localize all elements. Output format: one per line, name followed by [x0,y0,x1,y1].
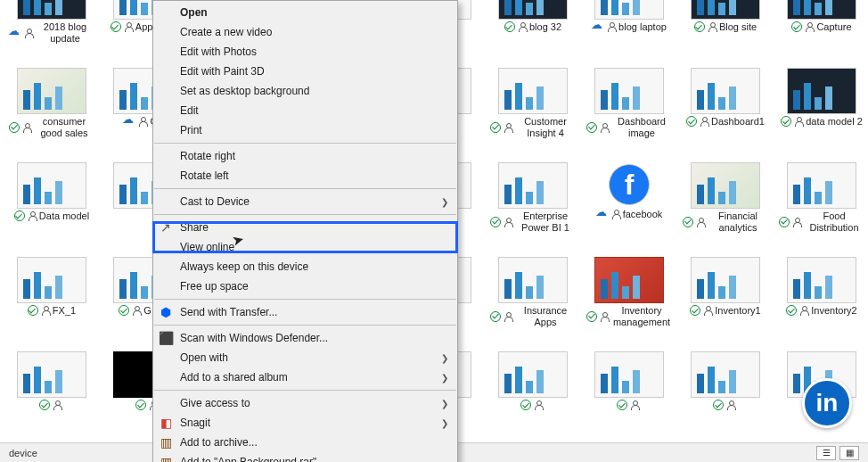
synced-status-icon [504,21,515,32]
view-thumbs-button[interactable]: ▦ [839,446,859,460]
menu-item-label: Open [180,6,208,19]
file-thumbnail [691,257,760,303]
file-item[interactable] [683,351,768,441]
menu-item-add-to-a-shared-album[interactable]: Add to a shared album [153,367,457,387]
menu-separator [154,299,456,300]
view-toggles: ☰ ▦ [816,446,859,460]
file-item[interactable] [9,351,94,441]
file-name-label: Dashboard image [611,116,672,138]
menu-item-print[interactable]: Print [153,120,457,140]
file-item[interactable]: FX_1 [9,257,94,346]
file-thumbnail [498,257,568,303]
view-details-button[interactable]: ☰ [816,446,836,460]
menu-item-label: Share [180,221,209,234]
menu-item-label: Create a new video [180,26,272,38]
shared-person-icon [504,218,512,227]
file-item[interactable]: Insurance Apps [490,257,576,346]
shared-person-icon [53,400,61,409]
file-item[interactable]: Data model [9,162,94,252]
menu-item-label: Rotate right [180,150,235,162]
file-name-label: Dashboard1 [711,116,765,128]
linkedin-badge[interactable]: in [802,378,852,428]
file-label-row: Insurance Apps [490,305,576,327]
menu-item-label: Give access to [180,397,250,409]
file-item[interactable]: Customer Insight 4 [490,68,576,157]
synced-status-icon [786,305,797,316]
file-label-row: Inventory management [586,305,672,327]
menu-item-open[interactable]: Open [153,3,457,22]
file-name-label: blog laptop [618,21,667,33]
menu-item-label: Snagit [180,417,210,429]
file-thumbnail [787,257,856,303]
shared-person-icon [24,29,33,37]
menu-separator [154,390,456,391]
menu-item-add-to-app-background-rar[interactable]: ▥Add to "App Background.rar" [153,452,457,462]
menu-item-edit[interactable]: Edit [153,101,457,120]
menu-item-view-online[interactable]: View online [153,237,457,257]
menu-item-create-a-new-video[interactable]: Create a new video [153,22,457,42]
synced-status-icon [14,210,25,221]
menu-item-rotate-left[interactable]: Rotate left [153,166,457,186]
menu-item-share[interactable]: ↗Share [153,218,457,237]
menu-item-cast-to-device[interactable]: Cast to Device [153,192,457,211]
file-item[interactable]: Dashboard image [586,68,672,157]
synced-status-icon [490,311,501,322]
file-item[interactable]: Inventory2 [779,257,864,346]
shared-person-icon [805,22,814,31]
file-label-row [713,400,738,410]
synced-status-icon [490,122,501,133]
menu-item-label: Add to a shared album [180,371,288,384]
file-item[interactable] [586,351,672,441]
file-item[interactable]: ffacebook [586,162,672,252]
file-name-label: Food Distribution [804,210,864,233]
file-item[interactable] [490,351,576,441]
file-item[interactable]: consumer good sales [9,68,94,157]
file-item[interactable]: Dashboard1 [683,68,768,157]
menu-item-label: Open with [180,351,228,364]
synced-status-icon [28,305,38,316]
status-text: device [9,448,37,458]
synced-status-icon [520,400,531,410]
menu-item-edit-with-photos[interactable]: Edit with Photos [153,42,457,62]
file-label-row: facebook [596,209,663,220]
file-item[interactable]: Enterprise Power BI 1 [490,162,576,252]
file-item[interactable]: Capture [779,0,864,62]
file-name-label: Insurance Apps [515,305,576,327]
shared-person-icon [28,211,37,220]
cloud-status-icon [9,29,21,37]
shared-person-icon [696,218,705,227]
file-item[interactable]: Blog site [683,0,768,62]
cloud-status-icon [592,22,604,31]
file-thumbnail [594,257,664,303]
menu-item-add-to-archive[interactable]: ▥Add to archive... [153,433,457,452]
menu-item-edit-with-paint-3d[interactable]: Edit with Paint 3D [153,62,457,81]
file-label-row: Blog site [694,21,757,33]
menu-item-send-with-transfer[interactable]: ⬢Send with Transfer... [153,302,457,322]
file-thumbnail [498,162,568,209]
file-thumbnail [787,68,856,114]
synced-status-icon [111,21,121,32]
file-item[interactable]: Inventory management [586,257,672,346]
shared-person-icon [611,210,620,219]
menu-item-free-up-space[interactable]: Free up space [153,276,457,296]
file-item[interactable]: blog laptop [586,0,672,62]
file-item[interactable]: blog 32 [490,0,576,62]
menu-item-always-keep-on-this-device[interactable]: Always keep on this device [153,257,457,276]
synced-status-icon [586,122,597,133]
menu-item-open-with[interactable]: Open with [153,348,457,367]
file-item[interactable]: Financial analytics [683,162,768,252]
menu-item-scan-with-windows-defender[interactable]: ⬛Scan with Windows Defender... [153,328,457,348]
synced-status-icon [781,116,791,127]
file-item[interactable]: 2018 blog update [9,0,94,62]
file-thumbnail [17,351,86,398]
file-item[interactable]: data model 2 [779,68,864,157]
menu-item-rotate-right[interactable]: Rotate right [153,146,457,166]
menu-item-snagit[interactable]: ◧Snagit [153,413,457,433]
file-item[interactable]: Food Distribution [779,162,864,252]
shared-person-icon [534,400,543,409]
menu-item-give-access-to[interactable]: Give access to [153,393,457,413]
menu-item-set-as-desktop-background[interactable]: Set as desktop background [153,81,457,101]
file-item[interactable]: Inventory1 [683,257,768,346]
synced-status-icon [119,305,129,316]
file-thumbnail [498,351,568,398]
